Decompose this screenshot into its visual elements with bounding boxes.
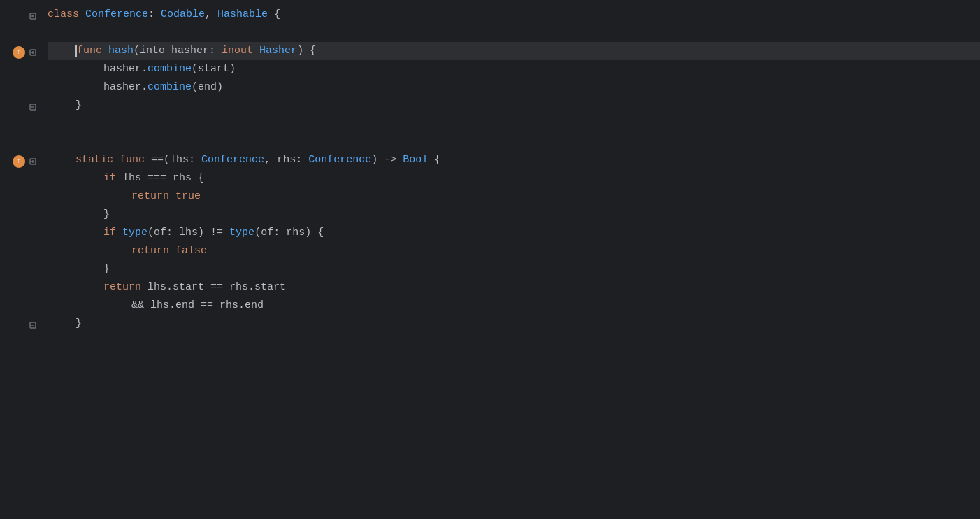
- code-line-17: && lhs.end == rhs.end: [48, 297, 980, 315]
- code-line-16: return lhs.start == rhs.start: [48, 278, 980, 297]
- fold-icon[interactable]: [28, 102, 38, 112]
- code-line-5: hasher.combine(end): [48, 78, 980, 97]
- token: }: [103, 261, 110, 278]
- token: }: [103, 206, 110, 223]
- gutter-line-6: [0, 98, 42, 116]
- token: ,: [205, 6, 217, 23]
- token: of: [261, 225, 273, 241]
- token: lhs: [170, 152, 189, 169]
- code-line-12: }: [48, 206, 980, 224]
- token: :: [189, 152, 201, 169]
- token: type: [229, 225, 254, 241]
- token: rhs: [286, 225, 305, 241]
- token: {: [268, 6, 280, 23]
- token: if: [103, 225, 122, 241]
- token: ): [217, 79, 223, 96]
- code-line-11: return true: [48, 187, 980, 206]
- token: hasher: [165, 43, 209, 59]
- token: rhs: [219, 297, 238, 314]
- gutter-line-18: [0, 316, 42, 334]
- token: :: [296, 152, 308, 169]
- token: static: [75, 152, 120, 169]
- code-line-4: hasher.combine(start): [48, 60, 980, 78]
- token: {: [192, 170, 204, 187]
- token: Conference: [308, 152, 371, 169]
- token: ) !=: [198, 225, 229, 241]
- token: Hasher: [253, 43, 297, 59]
- token: :: [148, 6, 161, 23]
- token: ): [229, 61, 236, 78]
- token: return: [131, 188, 175, 205]
- token: func: [77, 43, 108, 59]
- token: return: [103, 279, 147, 296]
- gutter-line-9: ↑: [0, 152, 42, 171]
- token: .: [141, 79, 147, 96]
- gutter-marker[interactable]: ↑: [13, 155, 25, 168]
- gutter-line-11: [0, 189, 42, 207]
- token: (: [254, 225, 261, 241]
- token: &&: [131, 297, 150, 314]
- gutter-line-17: [0, 298, 42, 316]
- gutter-line-1: [0, 7, 42, 25]
- token: Hashable: [217, 6, 268, 23]
- token: rhs: [229, 279, 248, 296]
- code-line-7: [48, 115, 980, 133]
- token: ) {: [297, 43, 316, 59]
- token: false: [175, 243, 207, 260]
- token: end: [198, 79, 217, 96]
- fold-icon[interactable]: [28, 48, 38, 57]
- code-line-2: [48, 24, 980, 42]
- token: .: [141, 61, 147, 78]
- gutter-marker[interactable]: ↑: [13, 46, 25, 59]
- token: combine: [147, 61, 192, 78]
- token: return: [131, 243, 175, 260]
- token: ) {: [305, 225, 324, 241]
- token: lhs: [147, 279, 166, 296]
- fold-icon[interactable]: [28, 320, 38, 330]
- code-line-10: if lhs === rhs {: [48, 169, 980, 187]
- gutter-line-15: [0, 262, 42, 280]
- token: {: [428, 152, 440, 169]
- token: start: [198, 61, 229, 78]
- token: Conference: [85, 6, 148, 23]
- token: lhs: [179, 225, 198, 241]
- code-line-14: return false: [48, 242, 980, 260]
- editor-container: ↑ ↑ class Conference: Codable, Hashable …: [0, 0, 980, 519]
- gutter-line-5: [0, 80, 42, 98]
- gutter-line-8: [0, 134, 42, 152]
- token: (: [192, 61, 198, 78]
- code-line-3: func hash(into hasher: inout Hasher) {: [48, 42, 980, 60]
- token: into: [140, 43, 165, 59]
- gutter: ↑ ↑: [0, 6, 42, 519]
- token: hasher: [103, 61, 141, 78]
- gutter-line-2: [0, 25, 42, 43]
- token: .start: [248, 279, 286, 296]
- code-line-18: }: [48, 315, 980, 333]
- token: }: [75, 315, 82, 332]
- token: Codable: [161, 6, 205, 23]
- code-line-15: }: [48, 260, 980, 278]
- code-line-6: }: [48, 97, 980, 115]
- fold-icon[interactable]: [28, 11, 38, 21]
- token: type: [122, 225, 147, 241]
- gutter-line-3: ↑: [0, 43, 42, 62]
- token: }: [75, 97, 82, 114]
- token: rhs: [277, 152, 296, 169]
- gutter-line-16: [0, 280, 42, 298]
- token: .start ==: [166, 279, 229, 296]
- token: .end: [238, 297, 264, 314]
- fold-icon[interactable]: [28, 157, 38, 166]
- gutter-line-4: [0, 62, 42, 80]
- token: (: [147, 225, 154, 241]
- token: true: [175, 188, 201, 205]
- token: of: [154, 225, 166, 241]
- token: class: [48, 6, 85, 23]
- token: hasher: [103, 79, 141, 96]
- token: :: [209, 43, 222, 59]
- token: func: [120, 152, 151, 169]
- token: Conference: [201, 152, 264, 169]
- token: Bool: [403, 152, 428, 169]
- token: hash: [108, 43, 134, 59]
- token: combine: [147, 79, 192, 96]
- token: lhs: [122, 170, 141, 187]
